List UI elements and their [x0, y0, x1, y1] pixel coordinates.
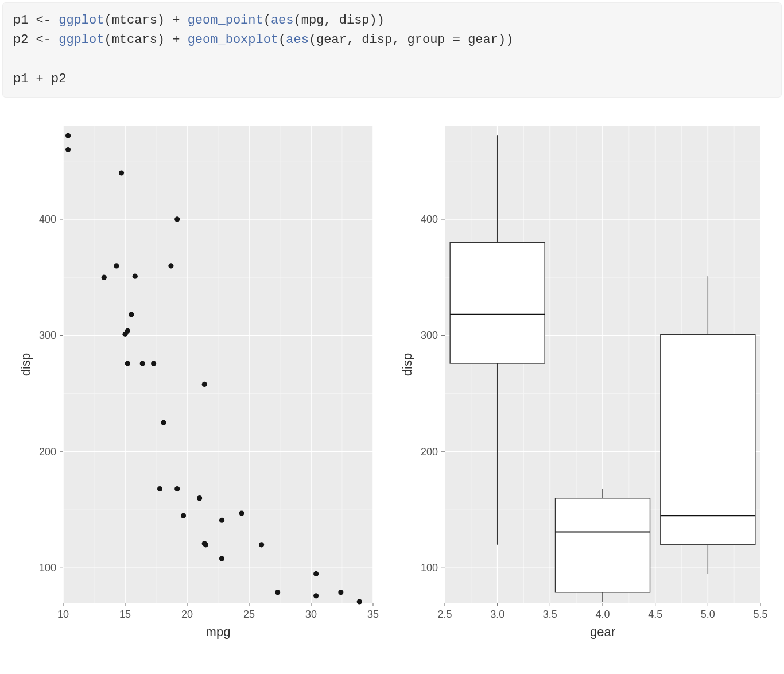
scatter-point: [219, 556, 224, 561]
scatter-point: [122, 332, 127, 337]
x-axis-title: mpg: [206, 625, 231, 639]
scatter-point: [129, 312, 134, 317]
scatter-point: [125, 361, 130, 366]
y-axis-title: disp: [400, 353, 414, 376]
x-tick-label: 5.0: [701, 609, 715, 620]
scatter-point: [313, 594, 319, 599]
y-tick-label: 200: [39, 446, 56, 458]
scatter-point: [275, 590, 280, 595]
y-tick-label: 100: [39, 563, 56, 574]
scatter-point: [357, 599, 362, 605]
y-tick-label: 300: [421, 330, 438, 342]
scatter-point: [168, 264, 173, 269]
scatter-point: [338, 590, 343, 595]
scatter-point: [219, 518, 224, 523]
x-tick-label: 35: [367, 609, 379, 620]
x-tick-label: 5.5: [753, 609, 767, 620]
scatter-point: [259, 543, 264, 548]
scatter-point: [65, 133, 71, 138]
code-line-2: p2 <- ggplot(mtcars) + geom_boxplot(aes(…: [13, 33, 513, 47]
y-tick-label: 400: [39, 214, 56, 225]
box: [556, 498, 650, 592]
y-tick-label: 200: [421, 446, 438, 458]
code-block: p1 <- ggplot(mtcars) + geom_point(aes(mp…: [2, 2, 782, 98]
x-tick-label: 4.5: [648, 609, 662, 620]
y-axis-title: disp: [18, 353, 33, 376]
code-line-3: p1 + p2: [13, 72, 66, 86]
x-tick-label: 25: [243, 609, 255, 620]
y-tick-label: 400: [421, 214, 438, 225]
x-tick-label: 3.5: [543, 609, 557, 620]
x-tick-label: 20: [181, 609, 193, 620]
scatter-point: [202, 541, 207, 547]
scatter-point: [313, 571, 319, 576]
scatter-point: [161, 420, 166, 425]
charts-row: 101520253035100200300400mpgdisp 2.53.03.…: [0, 115, 784, 654]
boxplot-chart: 2.53.03.54.04.55.05.5100200300400geardis…: [385, 115, 769, 654]
x-axis-title: gear: [590, 625, 615, 639]
code-line-1: p1 <- ggplot(mtcars) + geom_point(aes(mp…: [13, 13, 385, 28]
scatter-point: [174, 217, 180, 222]
scatter-point: [174, 486, 180, 491]
scatter-point: [119, 171, 124, 176]
scatter-point: [102, 275, 107, 280]
scatter-point: [197, 496, 202, 501]
scatter-point: [65, 147, 71, 152]
x-tick-label: 2.5: [437, 609, 452, 620]
scatter-chart: 101520253035100200300400mpgdisp: [6, 115, 385, 654]
box: [450, 243, 545, 364]
scatter-point: [239, 511, 244, 516]
scatter-point: [181, 513, 186, 518]
box: [661, 335, 755, 545]
scatter-point: [133, 274, 138, 279]
y-tick-label: 300: [39, 330, 56, 342]
x-tick-label: 30: [305, 609, 317, 620]
scatter-point: [140, 361, 145, 366]
x-tick-label: 4.0: [595, 609, 610, 620]
y-tick-label: 100: [421, 563, 438, 574]
scatter-point: [157, 486, 162, 491]
x-tick-label: 10: [57, 609, 69, 620]
scatter-point: [151, 361, 156, 366]
x-tick-label: 3.0: [490, 609, 504, 620]
x-tick-label: 15: [119, 609, 131, 620]
scatter-point: [202, 382, 207, 387]
scatter-point: [114, 264, 119, 269]
